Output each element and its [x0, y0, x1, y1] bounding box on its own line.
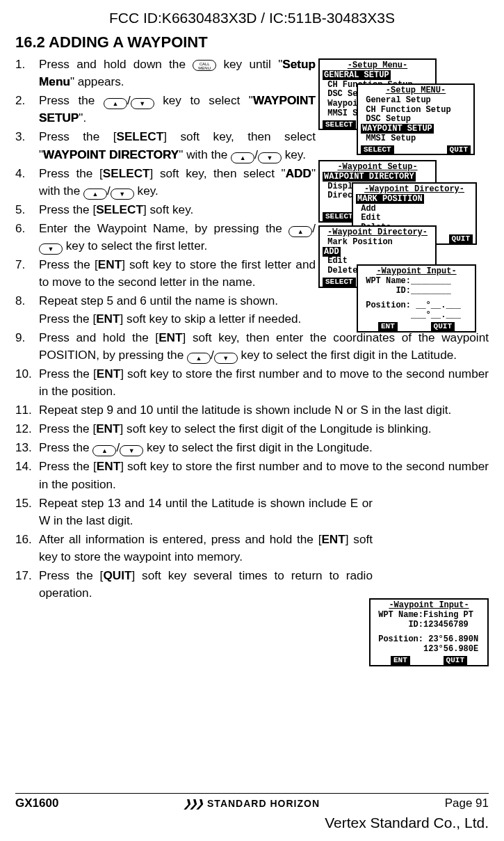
lcd3-bl: SELECT	[323, 212, 356, 221]
s4-f: key.	[134, 184, 158, 198]
s16-a: After all information is entered, press …	[39, 532, 321, 546]
s10-b: ENT	[97, 367, 120, 381]
lcd6-r4: ___°__.___	[361, 311, 472, 321]
s7-b: ENT	[98, 257, 122, 271]
company-name: Vertex Standard Co., Ltd.	[325, 815, 489, 831]
down-key-icon	[214, 353, 238, 364]
footer-brand-text: STANDARD HORIZON	[207, 798, 320, 809]
lcd3-hl: WAIPOINT DIRECTORY	[323, 172, 416, 182]
up-key-icon	[288, 226, 312, 237]
content-area: -Setup Menu- GENERAL SETUP CH Function S…	[15, 56, 489, 602]
step-13: 13. Press the / key to select the first …	[15, 439, 489, 456]
lcd-waypoint-input-filled: -Waypoint Input- WPT Name:Fishing PT ID:…	[369, 598, 489, 666]
step-15: 15. Repeat step 13 and 14 until the Lati…	[15, 495, 489, 529]
step-14: 14. Press the [ENT] soft key to store th…	[15, 458, 489, 492]
s12-b: ENT	[96, 422, 120, 435]
lcd7-r3: Position: 23°56.890N	[373, 635, 485, 645]
lcd7-title: -Waypoint Input-	[373, 601, 485, 611]
s9-d: key to select the first digit in the Lat…	[238, 348, 457, 362]
lcd4-r1: Add	[356, 205, 473, 214]
lcd4-hl: MARK POSITION	[356, 194, 424, 204]
lcd5-hl: ADD	[323, 247, 341, 257]
s14-a: Press the [	[39, 459, 97, 473]
up-key-icon	[231, 152, 254, 163]
lcd1-hl: GENERAL SETUP	[323, 70, 391, 80]
lcd2-r4: MMSI Setup	[361, 134, 471, 144]
s7-a: Press the [	[39, 257, 98, 271]
lcd5-r0: Mark Position	[323, 238, 432, 248]
lcd-stack: -Setup Menu- GENERAL SETUP CH Function S…	[318, 58, 489, 323]
s14-b: ENT	[97, 459, 120, 473]
lcd-waypoint-input: -Waypoint Input- WPT Name:________ ID:__…	[357, 264, 476, 333]
s8-c: ENT	[96, 312, 120, 326]
lcd2-br: QUIT	[447, 145, 471, 154]
s5-b: SELECT	[96, 202, 143, 216]
up-key-icon	[92, 445, 116, 456]
lcd4-br: QUIT	[449, 234, 473, 243]
lcd4-r2: Edit	[356, 214, 473, 223]
step-17: 17. Press the [QUIT] soft key several ti…	[15, 567, 489, 602]
call-menu-key-icon	[193, 60, 216, 71]
s3-d: WAYPOINT DIRECTORY	[43, 147, 179, 161]
step-12: 12. Press the [ENT] soft key to select t…	[15, 420, 489, 438]
s12-a: Press the [	[39, 422, 96, 435]
s17-b: QUIT	[103, 568, 131, 582]
up-key-icon	[187, 353, 211, 364]
up-key-icon	[83, 189, 107, 200]
fcc-id-header: FCC ID:K6630483X3D / IC:511B-30483X3S	[15, 10, 489, 26]
s2-d: ".	[79, 111, 86, 125]
down-key-icon	[111, 189, 134, 200]
s4-a: Press the [	[39, 166, 103, 180]
lcd2-bl: SELECT	[361, 145, 394, 154]
s2-b: key to select "	[154, 93, 253, 107]
s3-b: SELECT	[116, 129, 163, 143]
lcd5-title: -Waypoint Directory-	[323, 228, 432, 238]
lcd2-r2: CH Function Setup	[361, 106, 471, 115]
s4-d: ADD	[286, 166, 311, 180]
s1-d: " appears.	[70, 74, 124, 88]
s6-a: Enter the Waypoint Name, by pressing the	[39, 221, 288, 235]
lcd6-r2: ID:________	[361, 287, 472, 296]
s5-c: ] soft key.	[143, 202, 193, 216]
page-footer: GX1600 ❯❯❯STANDARD HORIZON Page 91	[15, 793, 489, 810]
s11: Repeat step 9 and 10 until the latitude …	[39, 401, 489, 419]
s4-b: SELECT	[103, 166, 150, 180]
s5-a: Press the [	[39, 202, 96, 216]
lcd7-r1: WPT Name:Fishing PT	[373, 611, 485, 620]
lcd1-title: -Setup Menu-	[323, 61, 432, 71]
s16-b: ENT	[321, 532, 345, 546]
lcd7-bl: ENT	[391, 656, 410, 665]
step-9: 9. Press and hold the [ENT] soft key, th…	[15, 329, 489, 364]
step-11: 11. Repeat step 9 and 10 until the latit…	[15, 401, 489, 419]
s9-b: ENT	[158, 330, 182, 344]
s3-a: Press the [	[39, 129, 116, 143]
lcd4-title: -Waypoint Directory-	[356, 185, 473, 195]
s1-b: key until "	[216, 57, 282, 71]
s13-b: key to select the first digit in the Lon…	[143, 440, 373, 454]
down-key-icon	[258, 152, 282, 163]
lcd2-title: -Setup MENU-	[361, 86, 471, 96]
lcd2-hl: WAYPOINT SETUP	[361, 124, 434, 134]
footer-model: GX1600	[15, 796, 58, 810]
lcd6-br: QUIT	[431, 322, 455, 331]
up-key-icon	[104, 98, 127, 109]
lcd1-bl: SELECT	[323, 120, 356, 129]
section-title: 16.2 ADDING A WAYPOINT	[15, 33, 489, 51]
down-key-icon	[39, 243, 63, 255]
down-key-icon	[120, 445, 143, 456]
s9-a: Press and hold the [	[39, 330, 158, 344]
s10-a: Press the [	[39, 367, 97, 381]
lcd6-title: -Waypoint Input-	[361, 267, 472, 277]
s8-b: Press the [	[39, 312, 96, 326]
lcd7-br: QUIT	[444, 656, 467, 665]
s8-a: Repeat step 5 and 6 until the name is sh…	[39, 294, 278, 307]
lcd7-r4: 123°56.980E	[373, 645, 485, 655]
s8-d: ] soft key to skip a letter if needed.	[120, 312, 302, 326]
footer-brand: ❯❯❯STANDARD HORIZON	[184, 798, 320, 809]
s4-c: ] soft key, then select "	[150, 166, 286, 180]
s6-b: key to select the first letter.	[63, 239, 207, 253]
lcd6-bl: ENT	[378, 322, 398, 331]
lcd3-title: -Waypoint Setup-	[323, 163, 432, 173]
s3-f: key.	[282, 147, 306, 161]
s3-e: " with the	[179, 147, 231, 161]
